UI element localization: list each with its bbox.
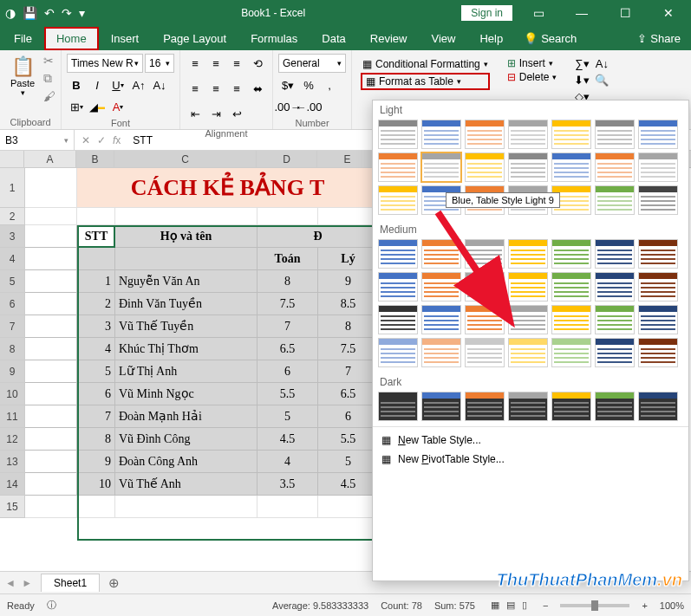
cell-stt[interactable]: 6 bbox=[77, 383, 115, 405]
cell-stt[interactable]: 7 bbox=[77, 405, 115, 428]
table-style-swatch[interactable] bbox=[508, 338, 548, 367]
decrease-indent-icon[interactable]: ⇤ bbox=[186, 104, 205, 123]
merge-center-icon[interactable]: ⬌ bbox=[248, 79, 267, 98]
table-style-swatch[interactable] bbox=[421, 120, 461, 149]
cell-toan[interactable]: 5.5 bbox=[257, 383, 318, 405]
cell-ly[interactable]: 6 bbox=[318, 405, 379, 428]
cell-toan[interactable]: 3.5 bbox=[257, 473, 318, 496]
table-style-swatch[interactable] bbox=[421, 272, 461, 302]
table-style-swatch[interactable] bbox=[638, 152, 678, 182]
table-style-swatch[interactable] bbox=[378, 305, 418, 334]
table-style-swatch[interactable] bbox=[421, 305, 461, 334]
cell-toan[interactable]: 7 bbox=[257, 315, 318, 338]
sheet-nav-icons[interactable]: ◄ ► bbox=[5, 577, 34, 589]
sort-filter-icon[interactable]: A↓ bbox=[596, 57, 609, 70]
table-style-swatch[interactable] bbox=[638, 305, 678, 334]
table-style-swatch[interactable] bbox=[595, 392, 635, 421]
table-style-swatch[interactable] bbox=[551, 152, 591, 182]
italic-button[interactable]: I bbox=[88, 75, 107, 94]
table-style-swatch[interactable] bbox=[595, 185, 635, 215]
row-header-7[interactable]: 7 bbox=[0, 315, 24, 338]
copy-icon[interactable]: ⧉ bbox=[43, 71, 55, 86]
cell-name[interactable]: Nguyễn Văn An bbox=[115, 270, 257, 293]
cell-ly[interactable]: 7 bbox=[318, 360, 379, 383]
row-header-10[interactable]: 10 bbox=[0, 383, 24, 405]
bold-button[interactable]: B bbox=[67, 75, 86, 94]
cell-stt[interactable]: 1 bbox=[77, 270, 115, 293]
cell-name[interactable]: Vũ Minh Ngọc bbox=[115, 383, 257, 405]
cell-ly[interactable]: 7.5 bbox=[318, 338, 379, 360]
tab-formulas[interactable]: Formulas bbox=[238, 27, 310, 50]
table-style-swatch[interactable] bbox=[508, 392, 548, 421]
row-header-15[interactable]: 15 bbox=[0, 496, 24, 518]
table-style-swatch[interactable] bbox=[508, 152, 548, 182]
table-style-swatch[interactable] bbox=[421, 152, 461, 182]
cell-name[interactable]: Lữ Thị Anh bbox=[115, 360, 257, 383]
title-banner[interactable]: CÁCH KẺ BẢNG T bbox=[77, 168, 379, 208]
tab-page-layout[interactable]: Page Layout bbox=[151, 27, 238, 50]
header-toan[interactable]: Toán bbox=[257, 248, 318, 270]
align-left-icon[interactable]: ≡ bbox=[186, 79, 205, 98]
format-painter-icon[interactable]: 🖌 bbox=[43, 89, 55, 103]
cell-stt[interactable]: 5 bbox=[77, 360, 115, 383]
row-header-3[interactable]: 3 bbox=[0, 225, 24, 248]
table-style-swatch[interactable] bbox=[465, 120, 505, 149]
new-table-style-button[interactable]: ▦New Table Style... bbox=[373, 431, 688, 450]
table-style-swatch[interactable] bbox=[551, 305, 591, 334]
table-style-swatch[interactable] bbox=[421, 239, 461, 269]
wrap-text-icon[interactable]: ↩ bbox=[227, 104, 246, 123]
table-style-swatch[interactable] bbox=[465, 392, 505, 421]
select-all-corner[interactable] bbox=[0, 151, 24, 167]
qat-customize-icon[interactable]: ▾ bbox=[79, 6, 85, 20]
cell-ly[interactable]: 6.5 bbox=[318, 383, 379, 405]
align-center-icon[interactable]: ≡ bbox=[206, 79, 225, 98]
table-style-swatch[interactable] bbox=[595, 120, 635, 149]
cell-stt[interactable]: 10 bbox=[77, 473, 115, 496]
table-style-swatch[interactable] bbox=[378, 338, 418, 367]
redo-icon[interactable]: ↷ bbox=[62, 6, 72, 20]
tell-me-search[interactable]: 💡 Search bbox=[515, 27, 585, 50]
cell-name[interactable]: Đoàn Mạnh Hải bbox=[115, 405, 257, 428]
cell-toan[interactable]: 5 bbox=[257, 405, 318, 428]
cell-toan[interactable]: 4 bbox=[257, 451, 318, 473]
table-style-swatch[interactable] bbox=[551, 272, 591, 302]
table-style-swatch[interactable] bbox=[508, 272, 548, 302]
table-style-swatch[interactable] bbox=[595, 305, 635, 334]
find-select-icon[interactable]: 🔍 bbox=[595, 74, 609, 87]
cell-ly[interactable]: 5.5 bbox=[318, 428, 379, 451]
cut-icon[interactable]: ✂ bbox=[43, 54, 55, 68]
format-as-table-button[interactable]: ▦ Format as Table▾ bbox=[361, 73, 490, 90]
table-style-swatch[interactable] bbox=[595, 272, 635, 302]
cell-ly[interactable]: 4.5 bbox=[318, 473, 379, 496]
insert-cells-button[interactable]: ⊞Insert▾ bbox=[507, 57, 557, 69]
table-style-swatch[interactable] bbox=[551, 239, 591, 269]
borders-button[interactable]: ⊞▾ bbox=[67, 97, 86, 116]
table-style-swatch[interactable] bbox=[378, 392, 418, 421]
row-header-8[interactable]: 8 bbox=[0, 338, 24, 360]
close-icon[interactable]: ✕ bbox=[651, 6, 686, 20]
accounting-format-icon[interactable]: $▾ bbox=[278, 75, 297, 94]
font-size-combo[interactable]: 16▾ bbox=[145, 54, 174, 73]
autosum-icon[interactable]: ∑▾ bbox=[575, 57, 589, 70]
comma-format-icon[interactable]: , bbox=[320, 75, 339, 94]
table-style-swatch[interactable] bbox=[595, 152, 635, 182]
table-style-swatch[interactable] bbox=[638, 120, 678, 149]
table-style-swatch[interactable] bbox=[508, 120, 548, 149]
cell-ly[interactable]: 8 bbox=[318, 315, 379, 338]
table-style-swatch[interactable] bbox=[421, 338, 461, 367]
tab-data[interactable]: Data bbox=[310, 27, 357, 50]
row-header-14[interactable]: 14 bbox=[0, 473, 24, 496]
minimize-icon[interactable]: ― bbox=[564, 6, 599, 20]
table-style-swatch[interactable] bbox=[638, 338, 678, 367]
header-diem[interactable]: Đ bbox=[257, 225, 379, 248]
table-style-swatch[interactable] bbox=[551, 338, 591, 367]
increase-font-icon[interactable]: A↑ bbox=[129, 75, 148, 94]
percent-format-icon[interactable]: % bbox=[299, 75, 318, 94]
tab-file[interactable]: File bbox=[2, 27, 44, 50]
underline-button[interactable]: U▾ bbox=[108, 75, 127, 94]
tab-view[interactable]: View bbox=[419, 27, 467, 50]
font-color-button[interactable]: A▾ bbox=[108, 97, 127, 116]
cell-name[interactable]: Vũ Thế Tuyền bbox=[115, 315, 257, 338]
tab-help[interactable]: Help bbox=[467, 27, 515, 50]
header-ly[interactable]: Lý bbox=[318, 248, 379, 270]
